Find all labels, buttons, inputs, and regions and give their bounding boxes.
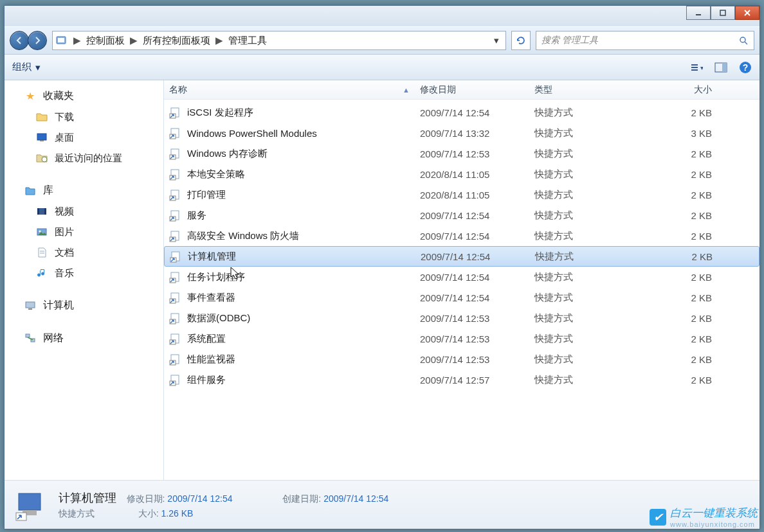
file-list[interactable]: iSCSI 发起程序2009/7/14 12:54快捷方式2 KBWindows…: [164, 100, 759, 480]
file-name: Windows 内存诊断: [187, 148, 268, 160]
sidebar: ★ 收藏夹 下载 桌面 最近访问的位置: [5, 80, 164, 480]
column-name[interactable]: 名称 ▲: [164, 84, 415, 96]
breadcrumb[interactable]: ▶ 控制面板 ▶ 所有控制面板项 ▶ 管理工具 ▾: [52, 31, 506, 50]
shortcut-icon: [169, 270, 182, 283]
file-date: 2009/7/14 12:53: [415, 354, 529, 365]
file-row[interactable]: 计算机管理2009/7/14 12:54快捷方式2 KB: [164, 246, 759, 267]
refresh-button[interactable]: [511, 31, 531, 50]
file-date: 2009/7/14 12:57: [415, 375, 529, 386]
file-size: 2 KB: [642, 148, 717, 159]
file-date: 2009/7/14 12:54: [415, 272, 529, 283]
shortcut-icon: [169, 332, 182, 345]
sidebar-item-pictures[interactable]: 图片: [5, 222, 163, 242]
file-type: 快捷方式: [529, 353, 642, 366]
close-button[interactable]: [735, 6, 759, 20]
preview-pane-button[interactable]: [714, 61, 727, 74]
file-row[interactable]: 组件服务2009/7/14 12:57快捷方式2 KB: [164, 369, 759, 390]
search-input[interactable]: 搜索 管理工具: [536, 31, 754, 50]
file-row[interactable]: Windows 内存诊断2009/7/14 12:53快捷方式2 KB: [164, 143, 759, 164]
file-type: 快捷方式: [529, 127, 642, 139]
sidebar-item-desktop[interactable]: 桌面: [5, 127, 163, 148]
file-name: 组件服务: [187, 374, 226, 386]
shortcut-icon: [170, 250, 183, 263]
file-name: 系统配置: [187, 333, 226, 345]
sidebar-item-label: 最近访问的位置: [55, 152, 122, 164]
file-size: 2 KB: [642, 169, 717, 180]
chevron-right-icon: ▶: [210, 35, 228, 46]
details-pane: 计算机管理 修改日期: 2009/7/14 12:54 创建日期: 2009/7…: [5, 480, 759, 529]
explorer-window: ▶ 控制面板 ▶ 所有控制面板项 ▶ 管理工具 ▾ 搜索 管理工具 组织 ▾ ▾: [4, 5, 760, 529]
column-type[interactable]: 类型: [529, 84, 642, 96]
shortcut-icon: [169, 147, 182, 160]
sidebar-favorites[interactable]: ★ 收藏夹: [5, 85, 163, 107]
file-row[interactable]: Windows PowerShell Modules2009/7/14 13:3…: [164, 123, 759, 143]
control-panel-icon: [55, 35, 67, 46]
file-row[interactable]: 高级安全 Windows 防火墙2009/7/14 12:54快捷方式2 KB: [164, 226, 759, 246]
file-row[interactable]: 任务计划程序2009/7/14 12:54快捷方式2 KB: [164, 267, 759, 287]
refresh-icon: [516, 35, 526, 46]
svg-rect-20: [37, 208, 39, 215]
file-type: 快捷方式: [529, 107, 642, 119]
svg-text:▾: ▾: [700, 64, 703, 71]
sidebar-network[interactable]: 网络: [5, 328, 163, 349]
file-date: 2009/7/14 12:53: [415, 313, 529, 324]
titlebar: [5, 6, 759, 26]
sidebar-item-recent[interactable]: 最近访问的位置: [5, 148, 163, 168]
file-size: 2 KB: [642, 210, 717, 221]
file-row[interactable]: 系统配置2009/7/14 12:53快捷方式2 KB: [164, 328, 759, 349]
svg-rect-17: [40, 140, 44, 141]
organize-label: 组织: [12, 61, 32, 73]
sidebar-item-music[interactable]: 音乐: [5, 263, 163, 283]
file-name: 任务计划程序: [187, 271, 245, 283]
recent-icon: [35, 152, 48, 164]
file-row[interactable]: iSCSI 发起程序2009/7/14 12:54快捷方式2 KB: [164, 102, 759, 123]
shortcut-icon: [169, 127, 182, 139]
breadcrumb-item[interactable]: 管理工具: [228, 35, 267, 47]
file-size: 2 KB: [642, 272, 717, 283]
sidebar-item-videos[interactable]: 视频: [5, 201, 163, 222]
desktop-icon: [35, 131, 48, 144]
file-type: 快捷方式: [529, 168, 642, 181]
column-size[interactable]: 大小: [642, 84, 717, 96]
breadcrumb-dropdown[interactable]: ▾: [490, 35, 503, 46]
maximize-button[interactable]: [711, 6, 735, 20]
breadcrumb-item[interactable]: 所有控制面板项: [143, 35, 210, 47]
file-name: 数据源(ODBC): [187, 312, 250, 324]
file-row[interactable]: 打印管理2020/8/14 11:05快捷方式2 KB: [164, 184, 759, 205]
file-row[interactable]: 本地安全策略2020/8/14 11:05快捷方式2 KB: [164, 164, 759, 184]
close-icon: [743, 9, 751, 17]
document-icon: [35, 246, 48, 259]
sidebar-computer[interactable]: 计算机: [5, 295, 163, 316]
breadcrumb-item[interactable]: 控制面板: [86, 35, 125, 47]
sidebar-libraries[interactable]: 库: [5, 180, 163, 201]
sidebar-item-label: 桌面: [55, 132, 74, 144]
view-button[interactable]: ▾: [690, 61, 703, 74]
forward-button[interactable]: [28, 31, 47, 50]
organize-button[interactable]: 组织 ▾: [12, 61, 41, 73]
star-icon: ★: [24, 90, 37, 103]
chevron-right-icon: ▶: [125, 35, 143, 46]
shortcut-icon: [169, 312, 182, 324]
chevron-right-icon: ▶: [68, 35, 86, 46]
navbar: ▶ 控制面板 ▶ 所有控制面板项 ▶ 管理工具 ▾ 搜索 管理工具: [5, 26, 759, 55]
sidebar-item-label: 文档: [55, 247, 74, 259]
back-icon: [15, 36, 24, 45]
file-type: 快捷方式: [529, 333, 642, 345]
svg-rect-16: [37, 134, 46, 140]
file-row[interactable]: 数据源(ODBC)2009/7/14 12:53快捷方式2 KB: [164, 308, 759, 328]
chevron-down-icon: ▾: [35, 62, 41, 73]
sidebar-item-downloads[interactable]: 下载: [5, 107, 163, 127]
file-row[interactable]: 事件查看器2009/7/14 12:54快捷方式2 KB: [164, 287, 759, 308]
file-type: 快捷方式: [529, 292, 642, 304]
help-button[interactable]: ?: [739, 61, 752, 74]
minimize-button[interactable]: [686, 6, 711, 20]
shortcut-icon: [169, 168, 182, 181]
svg-rect-27: [28, 308, 32, 310]
file-name: 事件查看器: [187, 292, 235, 304]
file-row[interactable]: 服务2009/7/14 12:54快捷方式2 KB: [164, 205, 759, 226]
sidebar-item-documents[interactable]: 文档: [5, 242, 163, 263]
file-date: 2009/7/14 12:53: [415, 333, 529, 344]
column-date[interactable]: 修改日期: [415, 84, 529, 96]
file-row[interactable]: 性能监视器2009/7/14 12:53快捷方式2 KB: [164, 349, 759, 369]
back-button[interactable]: [10, 31, 29, 50]
